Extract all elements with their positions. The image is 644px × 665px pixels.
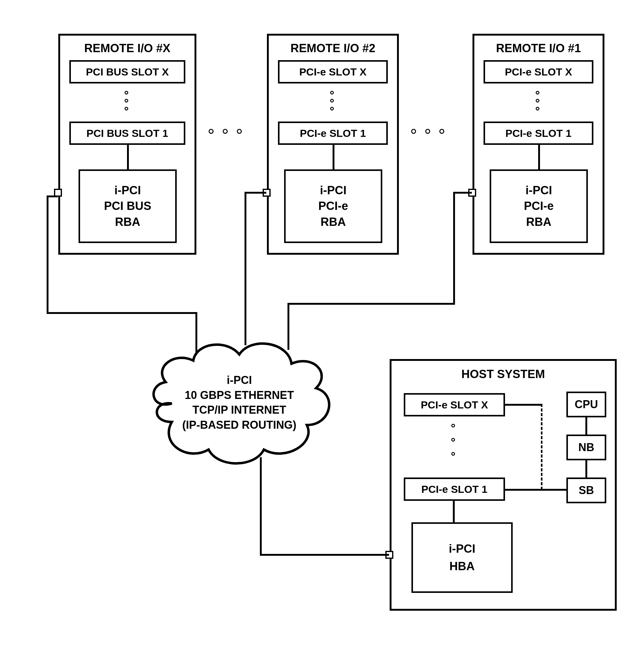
conn-cloud-host (0, 0, 644, 665)
